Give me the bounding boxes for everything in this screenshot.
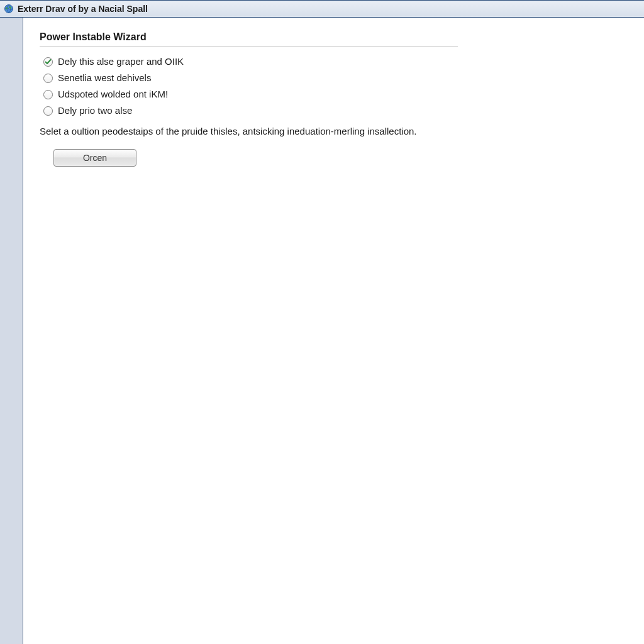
wizard-description: Selet a oultion peodestaips of the pruid… (40, 125, 628, 138)
globe-icon (4, 4, 14, 14)
wizard-heading: Power Instable Wizard (40, 31, 628, 47)
wizard-option-3[interactable]: Dely prio two alse (43, 104, 628, 118)
radio-icon (43, 106, 53, 116)
wizard-window: Exterr Drav of by a Nacial Spall Power I… (0, 0, 644, 644)
wizard-option-1[interactable]: Senetlia west dehivels (43, 71, 628, 85)
wizard-options-group: Dely this alse graper and OIIK Senetlia … (43, 55, 628, 118)
wizard-option-0[interactable]: Dely this alse graper and OIIK (43, 55, 628, 69)
window-title: Exterr Drav of by a Nacial Spall (18, 4, 148, 14)
window-titlebar[interactable]: Exterr Drav of by a Nacial Spall (0, 0, 644, 18)
button-label: Orcen (83, 153, 107, 163)
wizard-option-label: Dely prio two alse (58, 104, 132, 118)
wizard-option-2[interactable]: Udspoted wolded ont iKM! (43, 87, 628, 101)
radio-icon (43, 90, 53, 99)
wizard-option-label: Udspoted wolded ont iKM! (58, 87, 168, 101)
heading-rule (40, 47, 458, 47)
orcen-button[interactable]: Orcen (53, 149, 136, 167)
wizard-option-label: Senetlia west dehivels (58, 71, 151, 85)
wizard-option-label: Dely this alse graper and OIIK (58, 55, 184, 69)
left-gutter (0, 18, 23, 644)
radio-icon (43, 74, 53, 83)
content-pane: Power Instable Wizard Dely this alse gra… (23, 18, 644, 644)
checkmark-icon (45, 58, 52, 65)
button-row: Orcen (53, 149, 628, 167)
window-body: Power Instable Wizard Dely this alse gra… (0, 18, 644, 644)
radio-icon (43, 57, 53, 67)
